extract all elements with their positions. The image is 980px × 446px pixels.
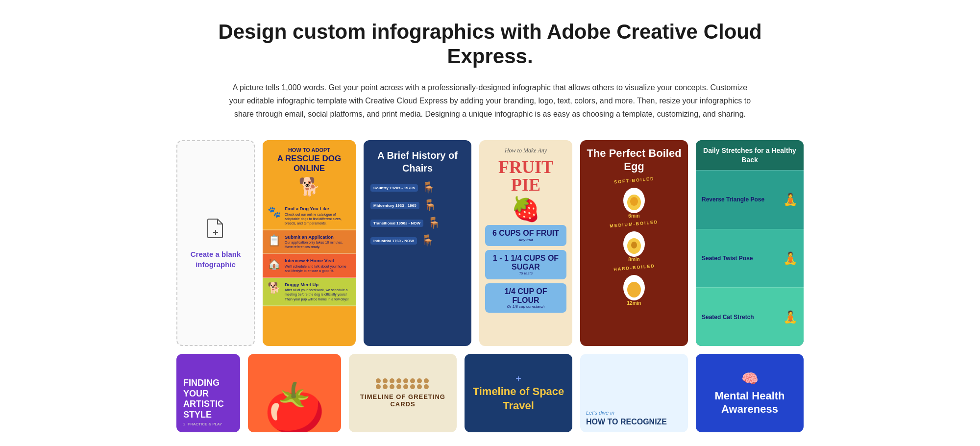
stretch-infographic-card[interactable]: Daily Stretches for a Healthy Back Rever… bbox=[696, 140, 804, 346]
greeting-infographic-card[interactable]: TIMELINE OF GREETING CARDS bbox=[349, 354, 457, 432]
gallery-row-2: FINDING YOUR ARTISTIC STYLE 2. PRACTICE … bbox=[176, 354, 804, 432]
chair-era-industrial: Industrial 1760 - NOW 🪑 bbox=[370, 234, 465, 247]
tomato-icon: 🍅 bbox=[264, 383, 325, 432]
chairs-title: A Brief History of Chairs bbox=[370, 149, 465, 174]
egg-card-title: The Perfect Boiled Egg bbox=[586, 147, 682, 173]
pie-ingredient-3: 1/4 CUP OF FLOUR Or 1/8 cup cornstarch bbox=[485, 283, 566, 313]
recognize-infographic-card[interactable]: Let's dive in HOW TO RECOGNIZE bbox=[580, 354, 688, 432]
style-step: 2. PRACTICE & PLAY bbox=[183, 422, 233, 426]
subtitle: A picture tells 1,000 words. Get your po… bbox=[225, 81, 755, 121]
main-title: Design custom infographics with Adobe Cr… bbox=[176, 20, 804, 69]
greeting-title: TIMELINE OF GREETING CARDS bbox=[355, 393, 451, 408]
dog-step-1-icon: 🐾 bbox=[268, 206, 281, 219]
stretch-figure-3: 🧘 bbox=[783, 310, 798, 324]
header-section: Design custom infographics with Adobe Cr… bbox=[176, 20, 804, 121]
space-plus-icon: + bbox=[515, 373, 521, 385]
gallery-section: Create a blank infographic How to Adopt … bbox=[176, 140, 804, 432]
pie-title-top: How to Make Any bbox=[505, 147, 547, 154]
egg-medium-section: MEDIUM-BOILED 8min bbox=[586, 222, 682, 262]
egg-hard-svg bbox=[614, 271, 654, 300]
pie-title-main: FRUIT PIE bbox=[485, 158, 566, 194]
dog-step-2-icon: 📋 bbox=[268, 234, 281, 247]
stretch-figure-2: 🧘 bbox=[783, 251, 798, 265]
egg-hard-section: HARD-BOILED 12min bbox=[586, 265, 682, 306]
chair-transitional-icon: 🪑 bbox=[427, 217, 441, 229]
blank-infographic-card[interactable]: Create a blank infographic bbox=[176, 140, 255, 346]
mental-title: Mental Health Awareness bbox=[703, 390, 797, 416]
greeting-pattern bbox=[376, 378, 430, 389]
svg-point-4 bbox=[630, 197, 638, 206]
dog-icon: 🐕 bbox=[269, 176, 350, 197]
chair-era-transitional: Transitional 1950s - NOW 🪑 bbox=[370, 217, 465, 229]
stretch-pose-2: Seated Twist Pose 🧘 bbox=[696, 229, 804, 288]
dog-step-1: 🐾 Find a Dog You Like Check out our onli… bbox=[263, 202, 356, 230]
pie-ingredient-2: 1 - 1 1/4 CUPS OF SUGAR To taste bbox=[485, 250, 566, 279]
mental-health-icon: 🧠 bbox=[741, 371, 759, 387]
mental-infographic-card[interactable]: 🧠 Mental Health Awareness bbox=[696, 354, 804, 432]
dog-step-3-icon: 🏠 bbox=[268, 258, 281, 271]
space-title: Timeline of Space Travel bbox=[471, 385, 565, 413]
space-infographic-card[interactable]: + Timeline of Space Travel bbox=[465, 354, 572, 432]
chair-country-icon: 🪑 bbox=[422, 181, 435, 194]
stretch-figure-1: 🧘 bbox=[783, 193, 798, 206]
pie-strawberry-icon: 🍓 bbox=[511, 198, 540, 221]
pie-ingredient-1: 6 CUPS OF FRUIT Any fruit bbox=[485, 225, 566, 246]
dog-step-3: 🏠 Interview + Home Visit We'll schedule … bbox=[263, 254, 356, 278]
new-file-icon bbox=[206, 217, 225, 243]
dog-card-header: How to Adopt A Rescue Dog Online 🐕 bbox=[263, 140, 356, 202]
dog-infographic-card[interactable]: How to Adopt A Rescue Dog Online 🐕 🐾 Fin… bbox=[263, 140, 356, 346]
chair-industrial-icon: 🪑 bbox=[421, 234, 434, 247]
egg-soft-svg bbox=[614, 184, 654, 213]
recognize-intro: Let's dive in bbox=[586, 410, 682, 416]
blank-card-label: Create a blank infographic bbox=[177, 249, 254, 270]
dog-step-4: 🐕 Doggy Meet Up After all of your hard w… bbox=[263, 278, 356, 306]
egg-infographic-card[interactable]: The Perfect Boiled Egg SOFT-BOILED 6min … bbox=[580, 140, 688, 346]
stretch-pose-1: Reverse Triangle Pose 🧘 bbox=[696, 170, 804, 229]
chairs-infographic-card[interactable]: A Brief History of Chairs Country 1920s … bbox=[364, 140, 471, 346]
pie-infographic-card[interactable]: How to Make Any FRUIT PIE 🍓 6 CUPS OF FR… bbox=[479, 140, 572, 346]
stretch-pose-3: Seated Cat Stretch 🧘 bbox=[696, 287, 804, 346]
stretch-header: Daily Stretches for a Healthy Back bbox=[696, 140, 804, 170]
chair-midcentury-icon: 🪑 bbox=[423, 199, 437, 212]
gallery-row-1: Create a blank infographic How to Adopt … bbox=[176, 140, 804, 346]
dog-step-2: 📋 Submit an Application Our application … bbox=[263, 230, 356, 254]
dog-step-4-icon: 🐕 bbox=[268, 282, 281, 295]
page-wrapper: Design custom infographics with Adobe Cr… bbox=[147, 0, 833, 432]
svg-point-7 bbox=[631, 242, 637, 248]
svg-point-9 bbox=[627, 282, 641, 297]
chair-era-country: Country 1920s - 1970s 🪑 bbox=[370, 181, 465, 194]
recognize-title: HOW TO RECOGNIZE bbox=[586, 418, 682, 426]
style-title: FINDING YOUR ARTISTIC STYLE bbox=[183, 378, 233, 420]
style-infographic-card[interactable]: FINDING YOUR ARTISTIC STYLE 2. PRACTICE … bbox=[176, 354, 240, 432]
egg-medium-svg bbox=[614, 227, 654, 257]
egg-soft-section: SOFT-BOILED 6min bbox=[586, 178, 682, 219]
chair-era-midcentury: Midcentury 1933 - 1965 🪑 bbox=[370, 199, 465, 212]
dog-card-title: How to Adopt A Rescue Dog Online bbox=[269, 147, 350, 173]
tomato-infographic-card[interactable]: 🍅 bbox=[248, 354, 341, 432]
